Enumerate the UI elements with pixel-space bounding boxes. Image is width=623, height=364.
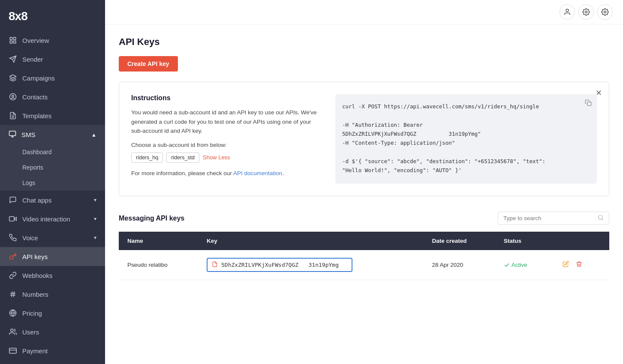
chevron-down-icon: ▾ [94,216,96,222]
table-row: Pseudo relatibo 5DhZxZRILVPKjXuFWsd7QGZ … [119,250,609,280]
svg-line-30 [602,219,603,220]
svg-rect-2 [10,41,12,43]
tag-riders-hq[interactable]: riders_hq [131,152,163,163]
sidebar-item-overview[interactable]: Overview [0,31,105,50]
copy-icon[interactable] [585,99,592,110]
sidebar-item-label: Chat apps [22,197,51,204]
message-circle-icon [9,196,17,204]
svg-point-8 [12,95,14,97]
code-text: curl -X POST https://api.wavecell.com/sm… [342,102,590,175]
svg-point-22 [11,329,13,331]
phone-icon [9,233,17,242]
sms-label-row: SMS [9,130,36,139]
svg-point-27 [604,11,606,13]
row-actions [551,250,609,280]
svg-rect-3 [14,41,16,43]
sidebar-item-numbers[interactable]: Numbers [0,285,105,304]
search-input[interactable] [503,215,594,221]
key-field: 5DhZxZRILVPKjXuFWsd7QGZ 31n19pYmg [207,258,352,272]
link-icon [9,271,17,280]
sidebar-item-label: Payment [22,347,48,355]
svg-line-19 [14,291,15,297]
sidebar-item-contacts[interactable]: Contacts [0,87,105,106]
sidebar-item-label: Templates [22,112,51,119]
delete-button[interactable] [573,260,585,270]
app-logo: 8x8 [0,0,105,31]
svg-marker-14 [14,217,16,221]
sidebar-item-payment[interactable]: Payment [0,341,105,360]
sidebar-item-chat-apps[interactable]: Chat apps ▾ [0,191,105,209]
create-api-key-button[interactable]: Create API key [119,56,178,72]
sidebar-item-dashboard[interactable]: Dashboard [0,144,105,160]
svg-point-25 [566,9,569,12]
svg-rect-23 [9,348,17,353]
row-status: Active [495,250,551,280]
svg-point-29 [599,215,602,219]
api-doc-info: For more information, please check our A… [131,169,322,178]
hash-icon [9,290,17,298]
sidebar-item-video-interaction[interactable]: Video interaction ▾ [0,209,105,228]
svg-rect-15 [9,217,14,221]
sidebar-item-sender[interactable]: Sender [0,50,105,69]
svg-marker-6 [10,75,16,78]
svg-rect-1 [14,37,16,39]
search-box [498,212,609,225]
users-icon [9,328,17,336]
messaging-section-title: Messaging API keys [119,215,184,222]
sidebar-item-label: API keys [22,253,48,260]
sidebar-item-pricing[interactable]: Pricing [0,304,105,322]
sidebar-item-label: Pricing [22,310,42,317]
row-name: Pseudo relatibo [119,250,198,280]
sidebar-item-voice[interactable]: Voice ▾ [0,228,105,247]
key-file-icon [212,261,218,269]
table-header-row: Name Key Date created Status [119,232,609,250]
tag-riders-std[interactable]: riders_std [166,152,199,163]
status-badge: Active [504,262,543,268]
sidebar-item-label: Video interaction [22,215,70,223]
api-keys-table: Name Key Date created Status Pseudo rela… [119,232,609,280]
instructions-title: Instructions [131,94,322,102]
sidebar-item-logs[interactable]: Logs [0,175,105,191]
search-icon [598,215,604,222]
sms-header[interactable]: SMS ▲ [0,125,105,144]
sidebar-item-label: Campaigns [22,75,55,82]
api-documentation-link[interactable]: API documentation [233,170,282,176]
video-icon [9,215,17,223]
sms-section-label: SMS [21,131,36,138]
edit-button[interactable] [560,260,572,270]
file-text-icon [9,111,17,120]
sms-icon [9,130,16,139]
svg-rect-11 [9,131,16,136]
layers-icon [9,74,17,82]
sidebar-item-label: Webhooks [22,272,53,279]
chevron-down-icon: ▾ [94,235,96,241]
sidebar-item-label: Overview [22,37,49,44]
svg-line-18 [12,291,12,297]
chevron-up-icon: ▲ [91,132,96,138]
tag-row: riders_hq riders_std Show Less [131,152,322,163]
col-actions [551,232,609,250]
settings-button[interactable] [578,4,594,20]
page-title: API Keys [119,36,609,48]
key-icon [9,252,17,261]
instructions-left: Instructions You would need a sub-accoun… [131,94,322,184]
sidebar-item-reports[interactable]: Reports [0,160,105,175]
sidebar-item-campaigns[interactable]: Campaigns [0,69,105,87]
sidebar-item-label: Users [22,328,39,336]
sidebar-item-webhooks[interactable]: Webhooks [0,266,105,285]
col-key: Key [198,232,423,250]
svg-rect-28 [587,102,591,106]
col-date-created: Date created [423,232,495,250]
account-settings-button[interactable] [597,4,613,20]
sidebar-item-templates[interactable]: Templates [0,106,105,125]
grid-icon [9,36,17,45]
sidebar-item-label: Sender [22,56,43,63]
credit-card-icon [9,346,17,355]
show-less-link[interactable]: Show Less [203,154,230,161]
user-profile-button[interactable] [560,4,575,20]
sidebar-item-api-keys[interactable]: API keys [0,247,105,266]
sms-section: SMS ▲ Dashboard Reports Logs [0,125,105,191]
sidebar-item-users[interactable]: Users [0,322,105,341]
top-header [105,0,623,24]
messaging-section-header: Messaging API keys [119,212,609,225]
